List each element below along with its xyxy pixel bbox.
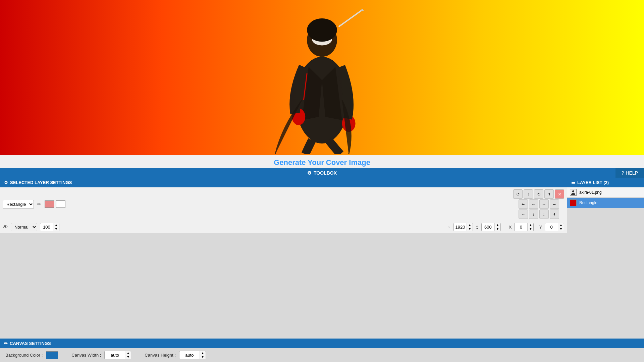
page-title: Generate Your Cover Image [0, 158, 644, 167]
app: Generate Your Cover Image ⚙ TOOLBOX ? HE… [0, 0, 644, 362]
svg-point-3 [307, 18, 337, 42]
move-up-fast-btn[interactable]: ⬆ [544, 189, 554, 199]
pencil-icon[interactable]: ✏ [36, 201, 43, 207]
x-input[interactable]: 0 [515, 224, 527, 231]
canvas-width-group: Canvas Width : auto ▲ ▼ [71, 351, 131, 359]
canvas-height-input-group: auto ▲ ▼ [179, 351, 206, 359]
layer-settings-header: ⚙ SELECTED LAYER SETTINGS [0, 178, 567, 187]
color-swatch-primary[interactable] [45, 200, 54, 208]
canvas-height-input[interactable]: auto [179, 352, 200, 359]
canvas-height-group: Canvas Height : auto ▲ ▼ [145, 351, 206, 359]
width-down-btn[interactable]: ▼ [467, 227, 473, 231]
canvas-width-spinners: ▲ ▼ [125, 351, 131, 359]
person-icon [571, 190, 576, 195]
x-up-btn[interactable]: ▲ [528, 223, 533, 227]
layer-name-rectangle: Rectangle [579, 200, 597, 205]
canvas-height-up-btn[interactable]: ▲ [200, 351, 206, 355]
shape-select[interactable]: Rectangle Circle Triangle [3, 200, 34, 209]
main-settings-row: ⚙ SELECTED LAYER SETTINGS Rectangle Circ… [0, 178, 644, 339]
bg-color-label: Background Color : [5, 353, 43, 358]
y-input-group: 0 ▲ ▼ [545, 223, 564, 231]
arrow-controls: ↺ ↑ ↻ ⬆ ✕ ⬅ ← → ➡ ↔ [513, 189, 564, 219]
dimension-separator: ↕ [476, 224, 479, 231]
bg-color-group: Background Color : [5, 351, 58, 359]
canvas-settings-title: CANVAS SETTINGS [10, 341, 51, 346]
blend-row: 👁 Normal Multiply Screen Overlay 100 ▲ ▼ [0, 221, 567, 233]
canvas-width-input-group: auto ▲ ▼ [104, 351, 131, 359]
canvas-settings-section: ✏ CANVAS SETTINGS Background Color : Can… [0, 339, 644, 362]
move-right-fast-btn[interactable]: ➡ [550, 199, 559, 209]
layer-settings-title: SELECTED LAYER SETTINGS [10, 180, 72, 185]
height-input-group: 600 ▲ ▼ [481, 223, 501, 231]
move-down-fast-btn[interactable]: ⬇ [550, 209, 559, 219]
layer-controls-row: Rectangle Circle Triangle ✏ ↺ ↑ [0, 187, 567, 221]
toolbox-bar: ⚙ TOOLBOX ? HELP [0, 168, 644, 178]
bg-color-swatch[interactable] [46, 351, 58, 359]
layer-list-title: LAYER LIST (2) [577, 180, 609, 185]
canvas-settings-header: ✏ CANVAS SETTINGS [0, 339, 644, 348]
character-illustration [238, 0, 406, 154]
rotate-ccw-btn[interactable]: ↺ [513, 189, 523, 199]
opacity-input-group: 100 ▲ ▼ [40, 223, 59, 231]
canvas-width-up-btn[interactable]: ▲ [125, 351, 131, 355]
y-down-btn[interactable]: ▼ [558, 227, 564, 231]
y-up-btn[interactable]: ▲ [558, 223, 564, 227]
opacity-up-btn[interactable]: ▲ [53, 223, 59, 227]
layer-thumb-image [570, 189, 577, 196]
height-up-btn[interactable]: ▲ [495, 223, 500, 227]
list-icon: ☰ [571, 180, 575, 185]
x-down-btn[interactable]: ▼ [528, 227, 533, 231]
opacity-input[interactable]: 100 [40, 224, 53, 231]
move-left-fast-btn[interactable]: ⬅ [519, 199, 528, 209]
canvas-height-down-btn[interactable]: ▼ [200, 355, 206, 359]
toolbox-label: TOOLBOX [314, 170, 337, 176]
flip-h-btn[interactable]: ↔ [519, 209, 528, 219]
width-input[interactable]: 1920 [454, 224, 467, 231]
height-spinners: ▲ ▼ [494, 223, 500, 231]
layer-thumb-rectangle [570, 199, 577, 206]
layer-item-image[interactable]: akira-01.png [567, 187, 644, 198]
rotate-cw-btn[interactable]: ↻ [534, 189, 543, 199]
opacity-spinners: ▲ ▼ [53, 223, 59, 231]
move-right-btn[interactable]: → [539, 199, 549, 209]
canvas-settings-inner: Background Color : Canvas Width : auto ▲… [0, 348, 644, 362]
layer-list-header: ☰ LAYER LIST (2) [567, 178, 644, 187]
move-left-btn[interactable]: ← [529, 199, 538, 209]
visibility-icon[interactable]: 👁 [3, 224, 8, 230]
layer-settings-gear-icon: ⚙ [4, 180, 8, 185]
y-label: Y [539, 225, 542, 230]
flip-v-btn[interactable]: ↕ [539, 209, 549, 219]
canvas-preview [0, 0, 644, 155]
help-label: HELP [626, 170, 638, 176]
canvas-height-spinners: ▲ ▼ [200, 351, 206, 359]
title-area: Generate Your Cover Image [0, 155, 644, 168]
x-label: X [509, 225, 512, 230]
arrow-row-top: ↺ ↑ ↻ ⬆ ✕ [513, 189, 564, 199]
x-input-group: 0 ▲ ▼ [514, 223, 534, 231]
opacity-down-btn[interactable]: ▼ [53, 227, 59, 231]
bottom-section: ⚙ SELECTED LAYER SETTINGS Rectangle Circ… [0, 178, 644, 362]
layer-name-image: akira-01.png [579, 190, 602, 195]
height-down-btn[interactable]: ▼ [495, 227, 500, 231]
layer-item-rectangle[interactable]: Rectangle [567, 198, 644, 208]
y-input[interactable]: 0 [545, 224, 558, 231]
arrow-row-mid: ⬅ ← → ➡ [519, 199, 559, 209]
canvas-width-input[interactable]: auto [105, 352, 125, 359]
move-up-btn[interactable]: ↑ [524, 189, 533, 199]
width-up-btn[interactable]: ▲ [467, 223, 473, 227]
width-input-group: 1920 ▲ ▼ [453, 223, 473, 231]
canvas-width-down-btn[interactable]: ▼ [125, 355, 131, 359]
help-button[interactable]: ? HELP [615, 168, 644, 178]
help-question-icon: ? [622, 170, 624, 176]
svg-point-10 [572, 190, 574, 192]
color-swatch-secondary[interactable] [56, 200, 65, 208]
blend-mode-select[interactable]: Normal Multiply Screen Overlay [11, 223, 37, 231]
width-spinners: ▲ ▼ [467, 223, 473, 231]
canvas-height-label: Canvas Height : [145, 353, 176, 358]
x-spinners: ▲ ▼ [527, 223, 533, 231]
delete-btn[interactable]: ✕ [555, 189, 564, 199]
toolbox-gear-icon: ⚙ [307, 170, 312, 176]
height-input[interactable]: 600 [482, 224, 494, 231]
svg-marker-9 [361, 8, 364, 12]
move-down-btn[interactable]: ↓ [529, 209, 538, 219]
